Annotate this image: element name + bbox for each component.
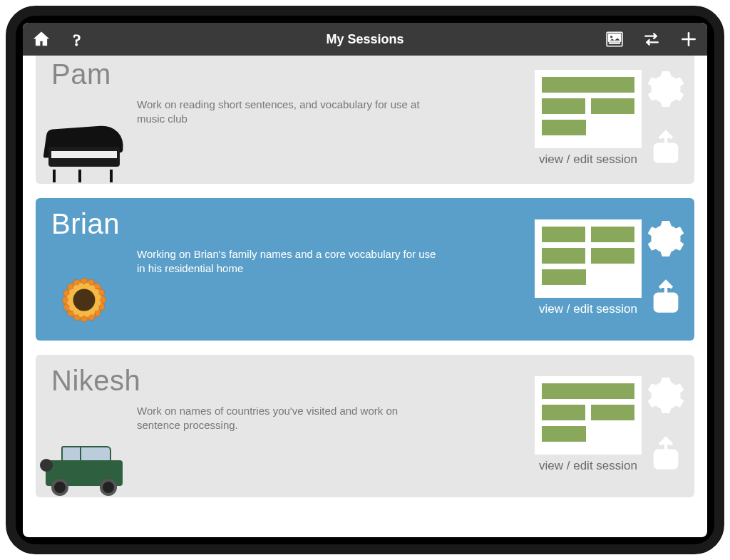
- share-button[interactable]: [646, 434, 686, 474]
- session-card[interactable]: Pam Work on reading short sentences, and…: [36, 56, 694, 184]
- session-grid-icon: [535, 219, 642, 298]
- svg-text:?: ?: [73, 31, 81, 48]
- share-button[interactable]: [646, 128, 686, 167]
- session-thumb: [41, 268, 127, 339]
- session-grid-icon: [535, 70, 642, 148]
- session-thumb: [41, 111, 127, 182]
- svg-rect-24: [655, 451, 677, 468]
- session-description: Working on Brian's family names and a co…: [137, 247, 436, 276]
- toolbar: ? My Sessions: [23, 23, 707, 56]
- view-edit-label: view / edit session: [539, 302, 637, 316]
- session-list: Pam Work on reading short sentences, and…: [23, 56, 707, 497]
- share-button[interactable]: [646, 277, 686, 317]
- view-edit-label: view / edit session: [539, 459, 637, 473]
- sunflower-icon: [45, 261, 123, 339]
- svg-rect-23: [655, 294, 677, 311]
- settings-button[interactable]: [646, 375, 686, 415]
- svg-point-3: [610, 36, 613, 38]
- session-card[interactable]: Brian Working on Brian's family names an…: [36, 198, 694, 341]
- view-edit-session-button[interactable]: view / edit session: [535, 70, 642, 167]
- jeep-icon: [41, 439, 127, 496]
- view-edit-session-button[interactable]: view / edit session: [535, 376, 642, 473]
- piano-icon: [41, 125, 127, 182]
- session-card[interactable]: Nikesh Work on names of countries you've…: [36, 355, 694, 497]
- help-icon[interactable]: ?: [68, 29, 88, 49]
- settings-button[interactable]: [646, 69, 686, 109]
- view-edit-label: view / edit session: [539, 152, 637, 167]
- session-grid-icon: [535, 376, 642, 455]
- svg-rect-5: [655, 145, 677, 162]
- session-thumb: [41, 425, 127, 496]
- photo-card-icon[interactable]: [605, 29, 624, 49]
- settings-button[interactable]: [646, 219, 686, 259]
- home-icon[interactable]: [31, 29, 51, 49]
- session-description: Work on names of countries you've visite…: [137, 404, 436, 433]
- session-description: Work on reading short sentences, and voc…: [137, 98, 436, 127]
- add-icon[interactable]: [679, 29, 699, 49]
- view-edit-session-button[interactable]: view / edit session: [535, 219, 642, 316]
- svg-rect-4: [609, 43, 620, 43]
- svg-point-22: [73, 289, 96, 311]
- swap-icon[interactable]: [642, 29, 662, 49]
